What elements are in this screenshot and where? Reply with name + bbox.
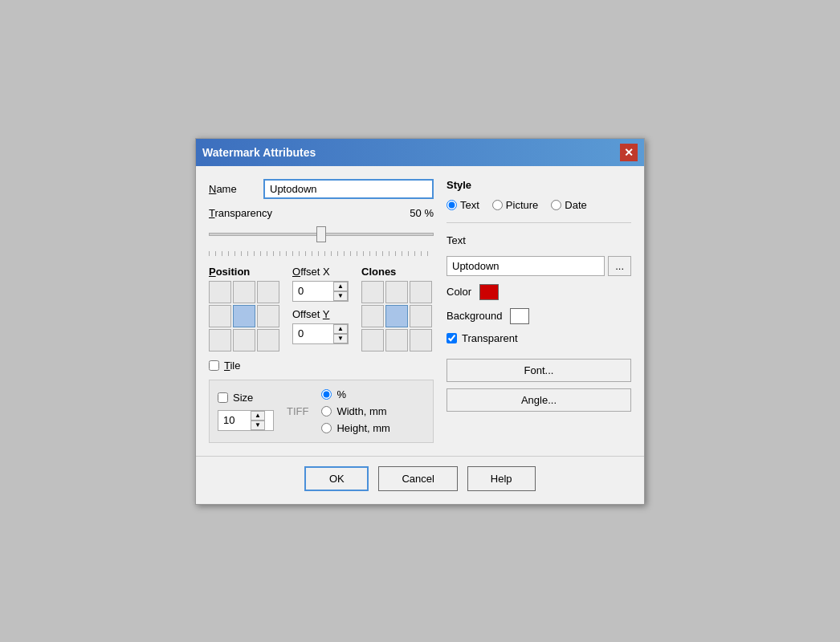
background-swatch[interactable] — [510, 308, 529, 324]
size-spinner: ▲ ▼ — [218, 410, 274, 431]
transparent-label: Transparent — [462, 332, 518, 344]
offset-y-input[interactable] — [293, 325, 333, 342]
text-input[interactable] — [447, 256, 605, 276]
cancel-button[interactable]: Cancel — [378, 466, 457, 491]
size-input[interactable] — [218, 412, 251, 429]
color-row: Color — [447, 284, 631, 300]
offset-section: Offset X ▲ ▼ Offset Y — [292, 266, 349, 344]
position-cell-tr[interactable] — [257, 281, 279, 303]
style-section: Style Text Picture Date — [447, 179, 631, 412]
clones-grid[interactable] — [361, 281, 432, 351]
offset-x-spinner: ▲ ▼ — [292, 281, 349, 302]
position-grid[interactable] — [209, 281, 279, 351]
close-button[interactable]: ✕ — [620, 144, 638, 161]
width-mm-radio[interactable] — [321, 406, 332, 416]
name-row: Name — [209, 179, 434, 199]
size-label: Size — [233, 392, 253, 404]
size-down[interactable]: ▼ — [251, 421, 265, 430]
offset-y-field: Offset Y ▲ ▼ — [292, 308, 349, 344]
right-panel: Style Text Picture Date — [447, 179, 631, 443]
dialog-body: Name Transparency 50 % Position — [196, 166, 644, 456]
transparent-row: Transparent — [447, 332, 631, 344]
offset-x-up[interactable]: ▲ — [333, 282, 348, 291]
clone-cell-mm[interactable] — [385, 305, 408, 327]
offset-x-buttons: ▲ ▼ — [333, 282, 348, 301]
clone-cell-tm[interactable] — [385, 281, 408, 303]
style-picture-radio[interactable] — [492, 200, 503, 210]
clone-cell-br[interactable] — [410, 329, 432, 351]
style-text-label: Text — [460, 199, 479, 211]
height-mm-radio[interactable] — [321, 423, 332, 433]
offset-y-up[interactable]: ▲ — [333, 324, 348, 334]
size-check-row: Size — [218, 392, 274, 404]
tile-checkbox[interactable] — [209, 360, 219, 371]
position-cell-bl[interactable] — [209, 329, 231, 351]
transparency-slider-container — [209, 222, 434, 246]
background-row: Background — [447, 308, 631, 324]
color-swatch[interactable] — [479, 284, 499, 300]
help-button[interactable]: Help — [467, 466, 536, 491]
color-label: Color — [447, 286, 471, 298]
style-title: Style — [447, 179, 631, 191]
clone-cell-ml[interactable] — [361, 305, 384, 327]
angle-button[interactable]: Angle... — [447, 388, 631, 412]
width-mm-radio-row: Width, mm — [321, 405, 389, 417]
right-action-buttons: Font... Angle... — [447, 359, 631, 412]
position-cell-mm[interactable] — [233, 305, 255, 327]
title-bar: Watermark Attributes ✕ — [196, 139, 644, 166]
text-input-row: ... — [447, 256, 631, 276]
offset-x-input[interactable] — [293, 282, 333, 299]
clone-cell-mr[interactable] — [410, 305, 432, 327]
left-panel: Name Transparency 50 % Position — [209, 179, 434, 443]
style-picture-label: Picture — [506, 199, 538, 211]
ok-button[interactable]: OK — [304, 466, 369, 491]
position-cell-bm[interactable] — [233, 329, 255, 351]
style-text-radio[interactable] — [447, 200, 457, 210]
offset-y-buttons: ▲ ▼ — [333, 324, 348, 343]
style-text-option: Text — [447, 199, 479, 211]
position-cell-br[interactable] — [257, 329, 279, 351]
clones-label: Clones — [361, 266, 432, 278]
size-buttons: ▲ ▼ — [251, 411, 265, 430]
offset-y-down[interactable]: ▼ — [333, 334, 348, 343]
size-section: Size ▲ ▼ TIFF — [209, 380, 434, 443]
height-mm-radio-row: Height, mm — [321, 422, 389, 434]
transparency-slider[interactable] — [209, 233, 434, 236]
size-left: Size ▲ ▼ — [218, 392, 274, 431]
name-input[interactable] — [263, 179, 434, 199]
dialog-footer: OK Cancel Help — [196, 456, 644, 504]
position-cell-mr[interactable] — [257, 305, 279, 327]
position-cell-tm[interactable] — [233, 281, 255, 303]
position-cell-tl[interactable] — [209, 281, 231, 303]
middle-section: Position O — [209, 266, 434, 351]
font-button[interactable]: Font... — [447, 359, 631, 382]
transparency-header: Transparency 50 % — [209, 207, 434, 219]
clone-cell-tl[interactable] — [361, 281, 384, 303]
background-label: Background — [447, 310, 502, 322]
offset-x-field: Offset X ▲ ▼ — [292, 266, 349, 302]
percent-radio[interactable] — [321, 389, 332, 400]
size-unit-group: % Width, mm Height, mm — [321, 388, 389, 434]
clone-cell-bm[interactable] — [385, 329, 408, 351]
style-radio-row: Text Picture Date — [447, 199, 631, 211]
slider-tick-marks — [209, 251, 434, 256]
clone-cell-bl[interactable] — [361, 329, 384, 351]
size-checkbox[interactable] — [218, 392, 228, 403]
dialog-title: Watermark Attributes — [202, 146, 316, 159]
tiff-label: TIFF — [287, 405, 308, 417]
offset-x-label: Offset X — [292, 266, 349, 278]
style-date-option: Date — [551, 199, 586, 211]
clone-cell-tr[interactable] — [410, 281, 432, 303]
transparency-value: 50 % — [410, 207, 434, 219]
percent-label: % — [336, 388, 346, 400]
size-up[interactable]: ▲ — [251, 411, 265, 421]
position-cell-ml[interactable] — [209, 305, 231, 327]
offset-x-down[interactable]: ▼ — [333, 291, 348, 301]
transparency-section: Transparency 50 % — [209, 207, 434, 258]
transparent-checkbox[interactable] — [447, 333, 457, 343]
percent-radio-row: % — [321, 388, 389, 400]
clones-section: Clones — [361, 266, 432, 351]
text-ellipsis-button[interactable]: ... — [608, 256, 631, 276]
style-date-radio[interactable] — [551, 200, 561, 210]
offset-y-spinner: ▲ ▼ — [292, 323, 349, 344]
